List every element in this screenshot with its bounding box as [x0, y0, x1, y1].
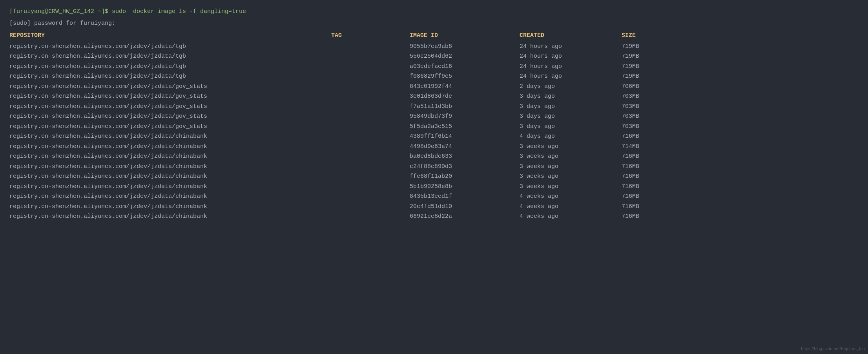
table-row: registry.cn-shenzhen.aliyuncs.com/jzdev/… [9, 91, 859, 102]
cell-repository: registry.cn-shenzhen.aliyuncs.com/jzdev/… [9, 71, 331, 82]
cell-image-id: f7a51a11d3bb [410, 102, 520, 112]
table-row: registry.cn-shenzhen.aliyuncs.com/jzdev/… [9, 172, 859, 182]
cell-tag [331, 151, 410, 162]
cell-size: 719MB [622, 51, 684, 62]
cell-created: 4 weeks ago [520, 192, 622, 202]
cell-created: 3 days ago [520, 111, 622, 122]
cell-image-id: c24f88c890d3 [410, 162, 520, 172]
cell-image-id: 9055b7ca9ab8 [410, 42, 520, 52]
table-row: registry.cn-shenzhen.aliyuncs.com/jzdev/… [9, 192, 859, 202]
command-line: [furuiyang@CRW_HW_GZ_142 ~]$ sudo docker… [9, 7, 859, 16]
cell-created: 3 weeks ago [520, 151, 622, 162]
table-row: registry.cn-shenzhen.aliyuncs.com/jzdev/… [9, 51, 859, 62]
header-tag: TAG [331, 31, 410, 41]
cell-created: 24 hours ago [520, 62, 622, 72]
cell-tag [331, 91, 410, 102]
cell-image-id: 5b1b90258e8b [410, 182, 520, 192]
cell-image-id: 556c2504dd62 [410, 51, 520, 62]
table-row: registry.cn-shenzhen.aliyuncs.com/jzdev/… [9, 82, 859, 92]
table-row: registry.cn-shenzhen.aliyuncs.com/jzdev/… [9, 111, 859, 122]
prompt-line: [sudo] password for furuiyang: [9, 19, 859, 28]
cell-tag [331, 62, 410, 72]
cell-tag [331, 172, 410, 182]
cell-size: 719MB [622, 42, 684, 52]
cell-repository: registry.cn-shenzhen.aliyuncs.com/jzdev/… [9, 192, 331, 202]
docker-table: REPOSITORY TAG IMAGE ID CREATED SIZE reg… [9, 31, 859, 222]
cell-size: 716MB [622, 172, 684, 182]
table-body: registry.cn-shenzhen.aliyuncs.com/jzdev/… [9, 42, 859, 222]
cell-image-id: 66921ce8d22a [410, 212, 520, 222]
cell-size: 714MB [622, 142, 684, 152]
table-row: registry.cn-shenzhen.aliyuncs.com/jzdev/… [9, 122, 859, 132]
table-header: REPOSITORY TAG IMAGE ID CREATED SIZE [9, 31, 859, 41]
cell-size: 719MB [622, 71, 684, 82]
cell-tag [331, 162, 410, 172]
cell-tag [331, 192, 410, 202]
cell-image-id: f086829ff9e5 [410, 71, 520, 82]
cell-size: 706MB [622, 82, 684, 92]
cell-image-id: ba0ed8bdc633 [410, 151, 520, 162]
cell-repository: registry.cn-shenzhen.aliyuncs.com/jzdev/… [9, 212, 331, 222]
cell-created: 24 hours ago [520, 51, 622, 62]
header-size: SIZE [622, 31, 684, 41]
cell-size: 716MB [622, 182, 684, 192]
header-repository: REPOSITORY [9, 31, 331, 41]
cell-created: 3 days ago [520, 122, 622, 132]
table-row: registry.cn-shenzhen.aliyuncs.com/jzdev/… [9, 142, 859, 152]
cell-created: 4 days ago [520, 131, 622, 142]
cell-tag [331, 182, 410, 192]
table-row: registry.cn-shenzhen.aliyuncs.com/jzdev/… [9, 182, 859, 192]
cell-created: 4 weeks ago [520, 212, 622, 222]
header-created: CREATED [520, 31, 622, 41]
cell-image-id: 20c4fd51dd10 [410, 202, 520, 212]
cell-image-id: 4498d9e63a74 [410, 142, 520, 152]
cell-image-id: 843c01992f44 [410, 82, 520, 92]
cell-created: 3 weeks ago [520, 182, 622, 192]
cell-repository: registry.cn-shenzhen.aliyuncs.com/jzdev/… [9, 91, 331, 102]
cell-created: 3 weeks ago [520, 172, 622, 182]
cell-size: 716MB [622, 202, 684, 212]
cell-tag [331, 71, 410, 82]
cell-repository: registry.cn-shenzhen.aliyuncs.com/jzdev/… [9, 51, 331, 62]
cell-tag [331, 82, 410, 92]
cell-size: 716MB [622, 212, 684, 222]
cell-repository: registry.cn-shenzhen.aliyuncs.com/jzdev/… [9, 182, 331, 192]
cell-tag [331, 202, 410, 212]
cell-repository: registry.cn-shenzhen.aliyuncs.com/jzdev/… [9, 202, 331, 212]
cell-created: 4 weeks ago [520, 202, 622, 212]
header-image-id: IMAGE ID [410, 31, 520, 41]
table-row: registry.cn-shenzhen.aliyuncs.com/jzdev/… [9, 162, 859, 172]
cell-tag [331, 102, 410, 112]
terminal-window: [furuiyang@CRW_HW_GZ_142 ~]$ sudo docker… [0, 0, 868, 354]
cell-size: 703MB [622, 102, 684, 112]
table-row: registry.cn-shenzhen.aliyuncs.com/jzdev/… [9, 202, 859, 212]
cell-tag [331, 111, 410, 122]
cell-created: 2 days ago [520, 82, 622, 92]
cell-repository: registry.cn-shenzhen.aliyuncs.com/jzdev/… [9, 42, 331, 52]
table-row: registry.cn-shenzhen.aliyuncs.com/jzdev/… [9, 42, 859, 52]
cell-size: 703MB [622, 111, 684, 122]
cell-size: 716MB [622, 131, 684, 142]
cell-size: 716MB [622, 192, 684, 202]
cell-image-id: 4389ff1f6b14 [410, 131, 520, 142]
cell-size: 716MB [622, 162, 684, 172]
cell-image-id: 3e01d863d7de [410, 91, 520, 102]
cell-repository: registry.cn-shenzhen.aliyuncs.com/jzdev/… [9, 62, 331, 72]
cell-repository: registry.cn-shenzhen.aliyuncs.com/jzdev/… [9, 142, 331, 152]
watermark: https://blog.csdn.net/Enjolras_fuu [801, 346, 865, 351]
cell-image-id: 5f5da2a3c515 [410, 122, 520, 132]
cell-size: 703MB [622, 122, 684, 132]
cell-repository: registry.cn-shenzhen.aliyuncs.com/jzdev/… [9, 162, 331, 172]
cell-image-id: a03cdefacd16 [410, 62, 520, 72]
cell-tag [331, 51, 410, 62]
table-row: registry.cn-shenzhen.aliyuncs.com/jzdev/… [9, 102, 859, 112]
cell-repository: registry.cn-shenzhen.aliyuncs.com/jzdev/… [9, 111, 331, 122]
cell-tag [331, 142, 410, 152]
cell-created: 24 hours ago [520, 71, 622, 82]
cell-tag [331, 131, 410, 142]
cell-image-id: ffe68f11ab20 [410, 172, 520, 182]
cell-repository: registry.cn-shenzhen.aliyuncs.com/jzdev/… [9, 102, 331, 112]
cell-size: 703MB [622, 91, 684, 102]
cell-created: 3 weeks ago [520, 142, 622, 152]
table-row: registry.cn-shenzhen.aliyuncs.com/jzdev/… [9, 212, 859, 222]
